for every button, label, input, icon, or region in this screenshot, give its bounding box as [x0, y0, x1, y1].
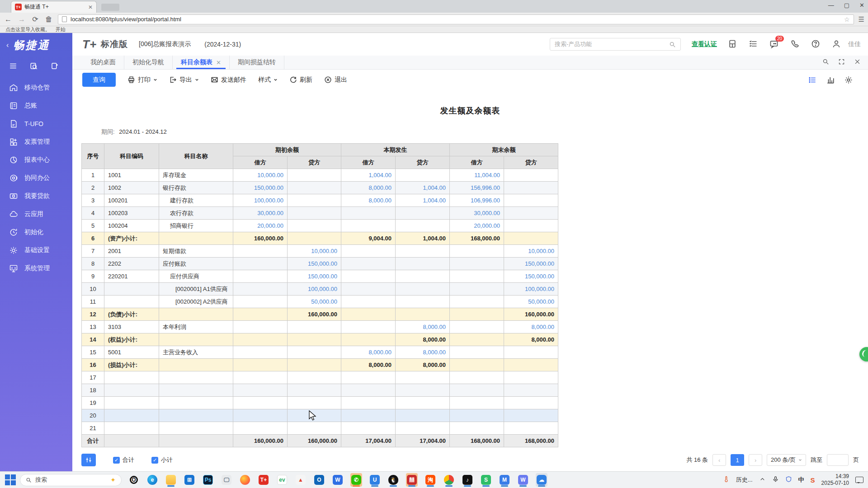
calculator-icon[interactable]	[728, 39, 738, 49]
table-row[interactable]: 11001库存现金10,000.001,004.0011,004.00	[82, 169, 558, 182]
send-mail-button[interactable]: 发送邮件	[211, 76, 246, 84]
sogou-icon[interactable]: S	[811, 476, 815, 484]
table-row[interactable]: 72001短期借款10,000.0010,000.00	[82, 245, 558, 258]
sidebar-item-初始化[interactable]: 初始化	[0, 223, 72, 241]
chart-view-icon[interactable]	[826, 76, 835, 84]
browser-tab[interactable]: T+ 畅捷通 T+ ✕	[11, 1, 97, 13]
refresh-button[interactable]: 刷新	[289, 76, 312, 84]
photoshop-icon[interactable]: Ps	[202, 473, 214, 487]
monitor-app-icon[interactable]: 🖵	[221, 473, 232, 487]
tab-close-icon[interactable]: ✕	[88, 4, 93, 10]
sidebar-item-移动仓管[interactable]: 移动仓管	[0, 79, 72, 97]
window-close-button[interactable]: ✕	[859, 2, 864, 9]
table-row[interactable]: 6(资产)小计:160,000.009,004.001,004.00168,00…	[82, 232, 558, 245]
notification-icon[interactable]	[855, 477, 863, 483]
edge-icon[interactable]: e	[146, 473, 158, 487]
wps-icon[interactable]: W	[332, 473, 344, 487]
sidebar-item-总账[interactable]: 总账	[0, 97, 72, 115]
table-row[interactable]: 18	[82, 384, 558, 397]
sidebar-item-发票管理[interactable]: 发票管理	[0, 133, 72, 151]
capcut-icon[interactable]: ▲	[295, 473, 307, 487]
sidebar-menu-icon[interactable]	[9, 62, 17, 71]
subtotal-checkbox[interactable]: ✓ 小计	[151, 456, 173, 464]
jump-page-input[interactable]	[827, 454, 849, 466]
back-icon[interactable]: ←	[4, 15, 13, 23]
qq-icon[interactable]: 🐧	[387, 473, 399, 487]
sidebar-collapse-icon[interactable]: ‹	[6, 41, 9, 49]
sidebar-item-T-UFO[interactable]: T-UFO	[0, 115, 72, 133]
tiktok-icon[interactable]: ♪	[462, 473, 473, 487]
table-row[interactable]: 12(负债)小计:160,000.00160,000.00	[82, 308, 558, 321]
tab-初始化导航[interactable]: 初始化导航	[124, 56, 173, 69]
fullscreen-icon[interactable]	[838, 58, 845, 66]
sidebar-item-系统管理[interactable]: 系统管理	[0, 259, 72, 277]
sidebar-item-我要贷款[interactable]: 我要贷款	[0, 187, 72, 205]
cloud-app-icon[interactable]: ☁	[536, 473, 547, 487]
table-row[interactable]: 3100201建行存款100,000.008,000.001,004.00106…	[82, 194, 558, 207]
thermometer-icon[interactable]	[723, 476, 730, 484]
taobao-icon[interactable]: 淘	[425, 473, 436, 487]
browser-menu-icon[interactable]: ☰	[859, 15, 864, 23]
product-search-input[interactable]: 搜索-产品功能	[550, 38, 681, 51]
u-app-icon[interactable]: U	[369, 473, 381, 487]
next-page-button[interactable]: ›	[749, 454, 762, 466]
ime-indicator[interactable]: 中	[798, 476, 804, 484]
s-green-icon[interactable]: S	[480, 473, 492, 487]
window-maximize-button[interactable]: ▢	[844, 2, 849, 9]
sidebar-item-协同办公[interactable]: 协同办公	[0, 169, 72, 187]
table-row[interactable]: 82202应付账款150,000.00150,000.00	[82, 258, 558, 270]
help-icon[interactable]	[811, 39, 821, 49]
exit-button[interactable]: 退出	[324, 76, 347, 84]
export-button[interactable]: 导出	[169, 76, 199, 84]
start-button[interactable]	[5, 474, 16, 486]
tab-search-icon[interactable]	[822, 58, 829, 66]
ev-icon[interactable]: ev	[276, 473, 288, 487]
file-explorer-icon[interactable]	[165, 473, 177, 487]
microphone-icon[interactable]	[772, 476, 779, 484]
sidebar-add-icon[interactable]	[51, 62, 59, 71]
print-button[interactable]: 打印	[127, 76, 157, 84]
style-button[interactable]: 样式	[258, 76, 278, 84]
phone-icon[interactable]	[790, 39, 800, 49]
user-icon[interactable]	[832, 39, 842, 49]
w-blue-icon[interactable]: W	[517, 473, 529, 487]
list-view-icon[interactable]	[808, 76, 816, 84]
table-row[interactable]: 16(损益)小计:8,000.008,000.00	[82, 359, 558, 371]
bookmark-star-icon[interactable]: ☆	[844, 16, 850, 23]
table-row[interactable]: 19	[82, 397, 558, 409]
trash-icon[interactable]: 🗑	[44, 15, 53, 23]
tabbar-close-icon[interactable]	[854, 58, 861, 66]
bookmark-import-hint[interactable]: 点击这里导入收藏。	[5, 26, 50, 33]
current-page[interactable]: 1	[731, 454, 744, 466]
checklist-icon[interactable]	[749, 39, 759, 49]
table-row[interactable]: 17	[82, 371, 558, 384]
tplus-icon[interactable]: T+	[258, 473, 269, 487]
new-tab-button[interactable]	[101, 4, 119, 11]
bookmark-start[interactable]: 开始	[56, 26, 66, 33]
red-app-icon[interactable]: 囍	[406, 473, 418, 487]
tab-close-icon[interactable]: ✕	[216, 59, 221, 66]
shield-icon[interactable]	[785, 476, 792, 484]
outlook-icon[interactable]: O	[313, 473, 325, 487]
chrome-icon[interactable]	[443, 473, 455, 487]
search-icon[interactable]	[669, 41, 676, 48]
tab-期间损益结转[interactable]: 期间损益结转	[230, 56, 284, 69]
ring-app-icon[interactable]: O	[128, 473, 140, 487]
reload-icon[interactable]: ⟳	[31, 15, 40, 23]
message-icon[interactable]: 20	[769, 39, 779, 49]
tray-expand-icon[interactable]	[759, 476, 766, 484]
tab-我的桌面[interactable]: 我的桌面	[82, 56, 124, 69]
table-row[interactable]: 5100204招商银行20,000.0020,000.00	[82, 220, 558, 232]
sidebar-item-云应用[interactable]: 云应用	[0, 205, 72, 223]
table-row[interactable]: 133103本年利润8,000.008,000.00	[82, 321, 558, 333]
firefox-icon[interactable]: 🦊	[239, 473, 251, 487]
url-input[interactable]: localhost:8080/tplus/view/portal/portal.…	[58, 14, 854, 24]
table-row[interactable]: 155001主营业务收入8,000.008,000.00	[82, 346, 558, 359]
table-row[interactable]: 14(权益)小计:8,000.008,000.00	[82, 333, 558, 346]
table-row[interactable]: 20	[82, 409, 558, 422]
sidebar-item-报表中心[interactable]: 报表中心	[0, 151, 72, 169]
table-row[interactable]: 10[0020001] A1供应商100,000.00100,000.00	[82, 283, 558, 296]
ms-store-icon[interactable]: ⊞	[184, 473, 195, 487]
gear-icon[interactable]	[844, 76, 853, 84]
table-row[interactable]: 21002银行存款150,000.008,000.001,004.00156,9…	[82, 182, 558, 194]
